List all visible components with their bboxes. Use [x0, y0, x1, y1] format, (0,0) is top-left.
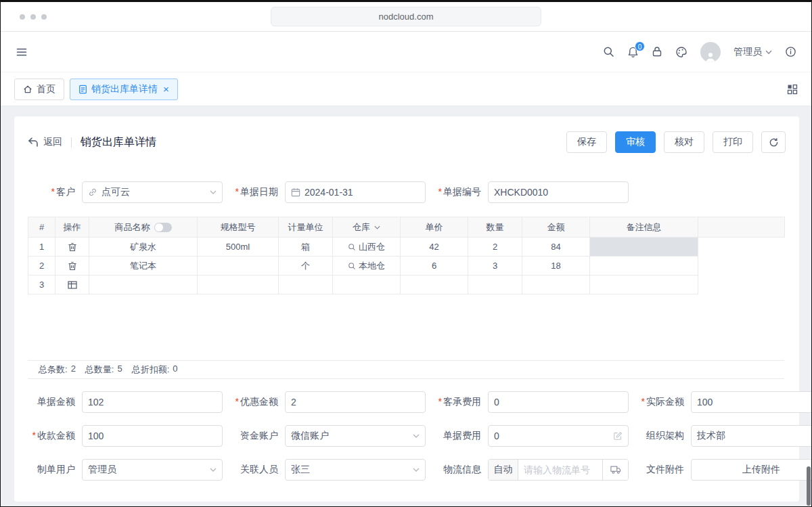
cell-spec[interactable] — [198, 275, 279, 294]
field-creator: 制单用户 管理员 — [28, 459, 231, 481]
required-mark: * — [641, 396, 645, 407]
upload-attachment-button[interactable]: 上传附件 — [691, 459, 812, 481]
tab-grid-icon[interactable] — [787, 84, 798, 95]
cell-amount[interactable] — [522, 275, 590, 294]
back-label: 返回 — [43, 136, 62, 148]
discount-amount-input-field[interactable] — [291, 397, 420, 407]
doc-fee-input-field[interactable] — [494, 431, 613, 441]
lock-icon[interactable] — [652, 46, 662, 58]
window-controls[interactable] — [20, 14, 47, 20]
actual-amount-input[interactable] — [691, 391, 812, 413]
fund-account-label: 资金账户 — [231, 430, 278, 442]
customer-fee-label: *客承费用 — [434, 396, 481, 408]
cell-product-name[interactable] — [89, 275, 198, 294]
menu-icon[interactable] — [16, 46, 28, 58]
tab-home[interactable]: 首页 — [14, 79, 64, 100]
divider — [71, 137, 72, 148]
customer-select[interactable]: 点可云 — [82, 181, 223, 203]
scrollbar-thumb[interactable] — [807, 466, 811, 506]
field-doc-no: *单据编号 — [434, 181, 637, 203]
edit-icon[interactable] — [613, 431, 623, 441]
logistics-auto-button[interactable]: 自动 — [489, 460, 518, 480]
cell-product-name[interactable]: 笔记本 — [89, 257, 198, 275]
cell-qty[interactable] — [468, 275, 522, 294]
customer-fee-input[interactable] — [488, 391, 629, 413]
window-close-button[interactable] — [20, 14, 25, 20]
customer-fee-input-field[interactable] — [494, 397, 623, 407]
fund-account-select[interactable]: 微信账户 — [285, 425, 426, 447]
doc-date-input[interactable]: 2024-01-31 — [285, 181, 426, 203]
received-amount-input-field[interactable] — [88, 431, 217, 441]
doc-fee-input[interactable] — [488, 425, 629, 447]
related-person-select[interactable]: 张三 — [285, 459, 426, 481]
cell-qty[interactable]: 2 — [468, 238, 522, 257]
user-avatar-icon[interactable] — [700, 42, 721, 62]
cell-remark-selected[interactable] — [590, 238, 698, 257]
doc-amount-input[interactable] — [82, 391, 223, 413]
organization-input[interactable] — [691, 425, 812, 447]
logistics-truck-icon[interactable] — [602, 460, 628, 480]
cell-remark[interactable] — [590, 257, 698, 275]
cell-warehouse[interactable] — [333, 275, 401, 294]
toggle-switch[interactable] — [154, 223, 172, 232]
cell-unit[interactable] — [279, 275, 333, 294]
logistics-input-field[interactable] — [518, 464, 602, 475]
cell-amount[interactable]: 18 — [522, 257, 590, 275]
cell-price[interactable] — [401, 275, 468, 294]
back-button[interactable]: 返回 — [28, 136, 62, 148]
cell-amount[interactable]: 84 — [522, 238, 590, 257]
field-discount-amount: *优惠金额 — [231, 391, 434, 413]
cell-warehouse[interactable]: 山西仓 — [333, 238, 401, 257]
info-icon[interactable] — [785, 46, 796, 58]
table-row-empty: 3 — [28, 275, 785, 294]
doc-no-input-field[interactable] — [494, 187, 623, 198]
refresh-button[interactable] — [761, 131, 786, 153]
organization-input-field[interactable] — [697, 431, 812, 441]
cell-product-name[interactable]: 矿泉水 — [89, 238, 198, 257]
save-button[interactable]: 保存 — [566, 131, 607, 153]
notification-badge: 0 — [635, 41, 645, 51]
close-icon[interactable]: × — [163, 84, 169, 94]
browser-chrome: nodcloud.com — [1, 2, 811, 32]
user-menu[interactable]: 管理员 — [734, 46, 772, 58]
actual-amount-input-field[interactable] — [697, 397, 812, 407]
creator-select[interactable]: 管理员 — [82, 459, 223, 481]
field-related-person: 关联人员 张三 — [231, 459, 434, 481]
audit-button[interactable]: 审核 — [615, 131, 656, 153]
cell-remark[interactable] — [590, 275, 698, 294]
tab-sales-outbound-detail[interactable]: 销货出库单详情 × — [70, 79, 178, 100]
cell-spec[interactable]: 500ml — [198, 238, 279, 257]
col-warehouse[interactable]: 仓库 — [333, 217, 401, 238]
address-bar[interactable]: nodcloud.com — [271, 7, 541, 26]
window-maximize-button[interactable] — [41, 14, 47, 20]
search-icon[interactable] — [603, 46, 614, 58]
col-remark: 备注信息 — [590, 217, 698, 238]
notifications-button[interactable]: 0 — [627, 46, 639, 58]
delete-icon[interactable] — [68, 261, 77, 271]
user-name-label: 管理员 — [734, 46, 762, 58]
doc-no-input[interactable] — [488, 181, 629, 203]
cell-price[interactable]: 42 — [401, 238, 468, 257]
browser-window: nodcloud.com 0 — [0, 0, 812, 507]
theme-icon[interactable] — [675, 46, 687, 58]
check-button[interactable]: 核对 — [664, 131, 704, 153]
field-doc-amount: 单据金额 — [28, 391, 231, 413]
cell-qty[interactable]: 3 — [468, 257, 522, 275]
window-minimize-button[interactable] — [30, 14, 36, 20]
cell-warehouse[interactable]: 本地仓 — [333, 257, 401, 275]
logistics-label: 物流信息 — [434, 464, 481, 476]
cell-unit[interactable]: 个 — [279, 257, 333, 275]
discount-amount-input[interactable] — [285, 391, 426, 413]
col-unit: 计量单位 — [279, 217, 333, 238]
print-button[interactable]: 打印 — [713, 131, 753, 153]
doc-amount-input-field[interactable] — [88, 397, 217, 407]
cell-unit[interactable]: 箱 — [279, 238, 333, 257]
received-amount-input[interactable] — [82, 425, 223, 447]
organization-label: 组织架构 — [637, 430, 684, 442]
cell-spec[interactable] — [198, 257, 279, 275]
delete-icon[interactable] — [68, 242, 77, 252]
cell-price[interactable]: 6 — [401, 257, 468, 275]
fund-account-value: 微信账户 — [291, 430, 329, 442]
home-icon — [23, 85, 32, 94]
insert-row-icon[interactable] — [68, 280, 77, 290]
